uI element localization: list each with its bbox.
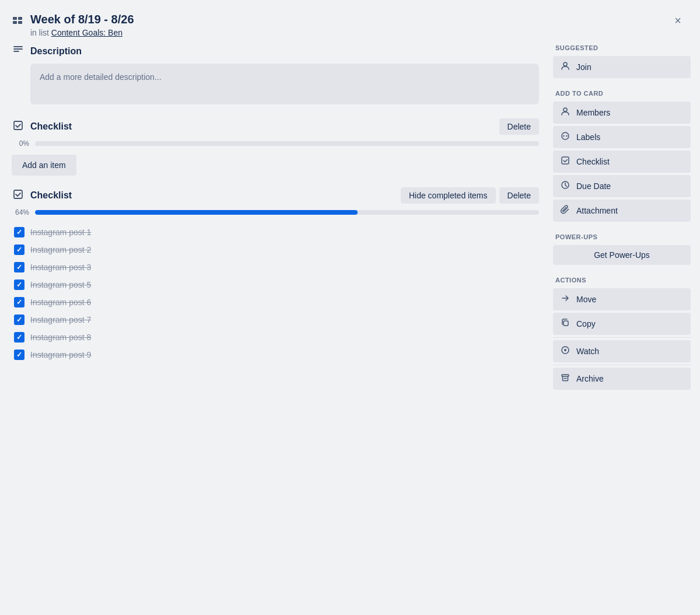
attachment-label: Attachment [576, 206, 618, 215]
archive-icon [560, 373, 570, 385]
checklist-1-title: Checklist [30, 121, 72, 132]
join-button[interactable]: Join [553, 56, 691, 78]
actions-title: ACTIONS [553, 277, 691, 284]
checklist-item-text: Instagram post 6 [30, 298, 91, 307]
watch-label: Watch [576, 347, 599, 356]
move-label: Move [576, 295, 596, 304]
checklist-checkbox[interactable] [14, 262, 24, 272]
svg-rect-16 [564, 321, 568, 326]
svg-point-18 [564, 349, 566, 351]
description-input[interactable]: Add a more detailed description... [30, 64, 539, 104]
sidebar: SUGGESTED Join ADD TO CARD [548, 44, 700, 615]
members-button[interactable]: Members [553, 102, 691, 124]
close-button[interactable]: × [670, 12, 686, 30]
checklist-item-text: Instagram post 8 [30, 333, 91, 342]
checklist-sidebar-button[interactable]: Checklist [553, 151, 691, 173]
checklist-item: Instagram post 5 [12, 276, 539, 293]
checklist-2-delete-button[interactable]: Delete [499, 187, 539, 204]
svg-point-13 [566, 135, 567, 137]
checklist-item: Instagram post 1 [12, 223, 539, 241]
power-ups-section: POWER-UPS Get Power-Ups [553, 233, 691, 265]
checklist-1-section: Checklist Delete 0% Add an item [12, 118, 539, 176]
divider-2 [553, 365, 691, 365]
checklist-checkbox[interactable] [14, 227, 24, 237]
svg-point-10 [564, 108, 567, 111]
get-power-ups-button[interactable]: Get Power-Ups [553, 245, 691, 265]
checklist-item: Instagram post 7 [12, 311, 539, 329]
description-title: Description [30, 46, 82, 57]
checklist-2-header-left: Checklist [12, 189, 72, 202]
description-section: Description Add a more detailed descript… [12, 44, 539, 104]
description-header: Description [12, 44, 539, 58]
svg-rect-1 [18, 17, 22, 20]
checklist-item-text: Instagram post 7 [30, 315, 91, 324]
header-left: Week of 8/19 - 8/26 in list Content Goal… [12, 12, 134, 37]
checklist-checkbox[interactable] [14, 279, 24, 290]
checklist-1-header-left: Checklist [12, 120, 72, 134]
modal: Week of 8/19 - 8/26 in list Content Goal… [0, 0, 700, 615]
archive-button[interactable]: Archive [553, 368, 691, 390]
modal-subtitle: in list Content Goals: Ben [30, 28, 134, 37]
power-ups-title: POWER-UPS [553, 233, 691, 240]
due-date-label: Due Date [576, 181, 611, 191]
join-icon [560, 61, 570, 73]
checklist-2-header: Checklist Hide completed items Delete [12, 187, 539, 204]
members-icon [560, 107, 570, 118]
checklist-2-progress-bar-bg [35, 210, 539, 215]
card-icon [12, 15, 23, 30]
svg-point-12 [563, 135, 564, 137]
checklist-checkbox[interactable] [14, 297, 24, 308]
checklist-1-progress-bar-bg [35, 141, 539, 146]
due-date-icon [560, 180, 570, 192]
checklist-checkbox[interactable] [14, 315, 24, 325]
copy-label: Copy [576, 319, 596, 329]
members-label: Members [576, 108, 610, 117]
modal-body: Description Add a more detailed descript… [0, 44, 700, 615]
attachment-button[interactable]: Attachment [553, 200, 691, 222]
modal-header: Week of 8/19 - 8/26 in list Content Goal… [0, 0, 700, 44]
checklist-2-buttons: Hide completed items Delete [401, 187, 539, 204]
attachment-icon [560, 205, 570, 216]
svg-point-9 [564, 62, 567, 66]
list-link[interactable]: Content Goals: Ben [51, 28, 123, 37]
move-icon [560, 293, 570, 305]
checklist-2-progress-pct: 64% [12, 208, 29, 216]
checklist-2-items: Instagram post 1Instagram post 2Instagra… [12, 223, 539, 364]
watch-button[interactable]: Watch [553, 340, 691, 362]
divider-1 [553, 337, 691, 338]
svg-rect-3 [18, 21, 22, 24]
description-placeholder: Add a more detailed description... [40, 72, 162, 82]
checklist-item: Instagram post 9 [12, 346, 539, 364]
labels-button[interactable]: Labels [553, 126, 691, 148]
checklist-checkbox[interactable] [14, 350, 24, 360]
labels-label: Labels [576, 132, 600, 142]
svg-rect-0 [13, 17, 17, 20]
suggested-title: SUGGESTED [553, 44, 691, 51]
move-button[interactable]: Move [553, 288, 691, 310]
checklist-item-text: Instagram post 1 [30, 228, 91, 237]
labels-icon [560, 131, 570, 143]
checklist-item: Instagram post 6 [12, 293, 539, 311]
watch-icon [560, 345, 570, 357]
hide-completed-button[interactable]: Hide completed items [401, 187, 496, 204]
checklist-item: Instagram post 8 [12, 329, 539, 346]
checklist-item: Instagram post 2 [12, 241, 539, 258]
copy-icon [560, 318, 570, 330]
checklist-2-title: Checklist [30, 190, 72, 201]
join-label: Join [576, 62, 592, 72]
copy-button[interactable]: Copy [553, 313, 691, 335]
checklist-checkbox[interactable] [14, 332, 24, 343]
due-date-button[interactable]: Due Date [553, 175, 691, 197]
checklist-1-header: Checklist Delete [12, 118, 539, 135]
add-item-button[interactable]: Add an item [12, 155, 76, 176]
archive-label: Archive [576, 374, 604, 383]
suggested-section: SUGGESTED Join [553, 44, 691, 78]
checklist-sidebar-icon [560, 156, 570, 167]
checklist-item-text: Instagram post 3 [30, 263, 91, 272]
checklist-1-progress-pct: 0% [12, 139, 29, 148]
actions-section: ACTIONS Move [553, 277, 691, 390]
checklist-checkbox[interactable] [14, 244, 24, 255]
add-to-card-title: ADD TO CARD [553, 90, 691, 97]
main-content: Description Add a more detailed descript… [0, 44, 548, 615]
checklist-1-delete-button[interactable]: Delete [499, 118, 539, 135]
